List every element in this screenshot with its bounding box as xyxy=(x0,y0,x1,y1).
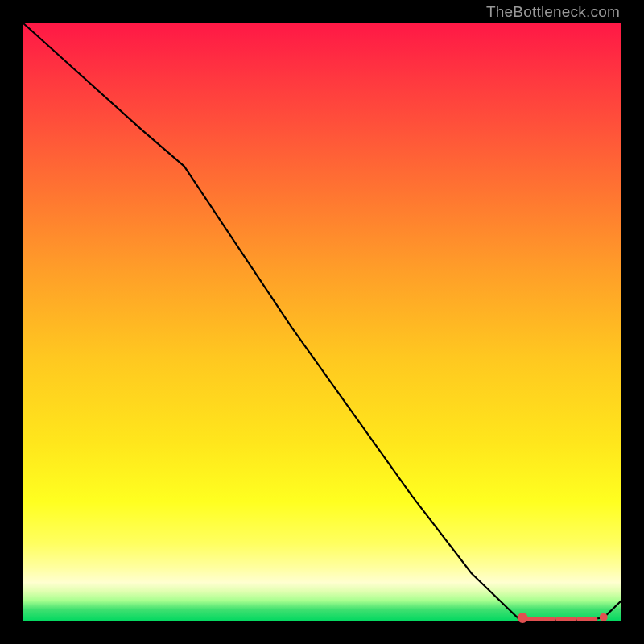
watermark-text: TheBottleneck.com xyxy=(486,3,620,21)
bottleneck-curve-path xyxy=(23,23,621,620)
marker-group xyxy=(518,613,608,623)
end-dot xyxy=(600,613,608,621)
chart-svg xyxy=(23,23,621,621)
